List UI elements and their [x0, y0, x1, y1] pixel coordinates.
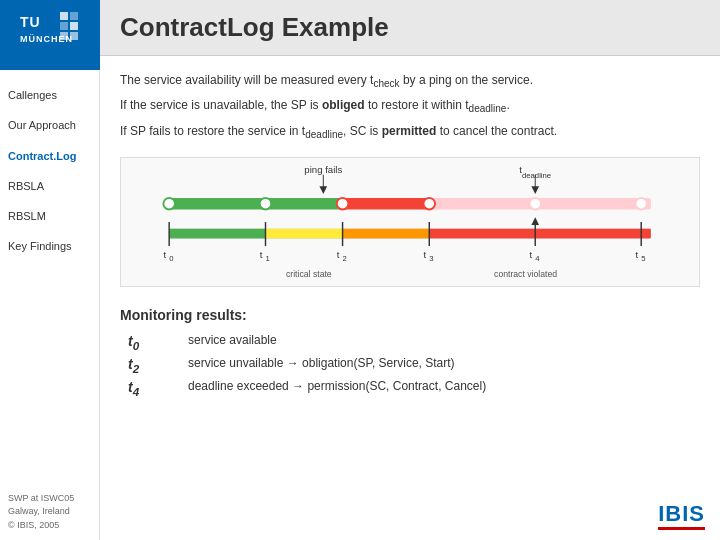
svg-text:critical state: critical state: [286, 269, 332, 279]
svg-rect-16: [169, 198, 342, 210]
main-body: The service availability will be measure…: [100, 56, 720, 540]
svg-rect-4: [70, 12, 78, 20]
monitoring-desc-t4: deadline exceeded → permission(SC, Contr…: [180, 377, 700, 400]
svg-point-45: [337, 198, 349, 210]
svg-text:4: 4: [535, 254, 540, 263]
svg-text:t: t: [529, 249, 532, 260]
svg-rect-22: [343, 229, 430, 239]
main-content: ContractLog Example The service availabi…: [100, 0, 720, 540]
svg-point-44: [260, 198, 272, 210]
svg-point-43: [163, 198, 175, 210]
svg-rect-6: [70, 22, 78, 30]
svg-rect-3: [60, 12, 68, 20]
svg-text:0: 0: [169, 254, 173, 263]
sidebar-item-our-approach[interactable]: Our Approach: [0, 110, 99, 140]
page-header: ContractLog Example: [100, 0, 720, 56]
sidebar: TU MÜNCHEN Callenges Our Approach Contra…: [0, 0, 100, 540]
page-title: ContractLog Example: [120, 12, 700, 43]
svg-point-48: [635, 198, 647, 210]
monitoring-time-t2: t2: [120, 354, 180, 377]
svg-point-46: [423, 198, 435, 210]
svg-text:t: t: [337, 249, 340, 260]
timeline-diagram: ping fails tdeadline: [120, 157, 700, 287]
svg-text:TU: TU: [20, 14, 41, 30]
svg-text:t: t: [635, 249, 638, 260]
svg-text:5: 5: [641, 254, 645, 263]
svg-rect-7: [60, 32, 68, 40]
svg-rect-17: [343, 198, 430, 210]
monitoring-time-t4: t4: [120, 377, 180, 400]
footer-line1: SWP at ISWC05: [8, 492, 91, 506]
svg-text:1: 1: [266, 254, 270, 263]
monitoring-desc-t2: service unvailable → obligation(SP, Serv…: [180, 354, 700, 377]
sidebar-navigation: Callenges Our Approach Contract.Log RBSL…: [0, 70, 99, 484]
monitoring-section: Monitoring results: t0 service available…: [120, 307, 700, 399]
svg-rect-8: [70, 32, 78, 40]
monitoring-row-t2: t2 service unvailable → obligation(SP, S…: [120, 354, 700, 377]
logo-area: TU MÜNCHEN: [0, 0, 100, 70]
svg-rect-9: [121, 160, 699, 285]
svg-rect-20: [169, 229, 265, 239]
sidebar-item-rbslm[interactable]: RBSLM: [0, 201, 99, 231]
svg-text:3: 3: [429, 254, 433, 263]
description-line2: If the service is unavailable, the SP is…: [120, 96, 700, 117]
footer-line2: Galway, Ireland: [8, 505, 91, 519]
ibis-logo: IBIS: [658, 501, 705, 530]
monitoring-row-t4: t4 deadline exceeded → permission(SC, Co…: [120, 377, 700, 400]
sidebar-item-contractlog[interactable]: Contract.Log: [0, 141, 99, 171]
footer-line3: © IBIS, 2005: [8, 519, 91, 533]
svg-text:t: t: [260, 249, 263, 260]
description-line1: The service availability will be measure…: [120, 71, 700, 92]
svg-rect-23: [429, 229, 651, 239]
sidebar-item-rbsla[interactable]: RBSLA: [0, 171, 99, 201]
monitoring-title: Monitoring results:: [120, 307, 700, 323]
svg-text:ping fails: ping fails: [304, 164, 342, 175]
svg-rect-5: [60, 22, 68, 30]
sidebar-item-callenges[interactable]: Callenges: [0, 80, 99, 110]
svg-text:2: 2: [343, 254, 347, 263]
svg-text:t: t: [163, 249, 166, 260]
monitoring-desc-t0: service available: [180, 331, 700, 354]
svg-point-47: [529, 198, 541, 210]
tum-logo: TU MÜNCHEN: [15, 7, 85, 63]
monitoring-table: t0 service available t2 service unvailab…: [120, 331, 700, 399]
monitoring-row-t0: t0 service available: [120, 331, 700, 354]
monitoring-time-t0: t0: [120, 331, 180, 354]
svg-rect-21: [266, 229, 343, 239]
svg-text:contract violated: contract violated: [494, 269, 557, 279]
sidebar-item-key-findings[interactable]: Key Findings: [0, 231, 99, 261]
ibis-logo-text: IBIS: [658, 501, 705, 530]
description-line3: If SP fails to restore the service in td…: [120, 122, 700, 143]
svg-text:t: t: [423, 249, 426, 260]
sidebar-footer: SWP at ISWC05 Galway, Ireland © IBIS, 20…: [0, 484, 99, 541]
